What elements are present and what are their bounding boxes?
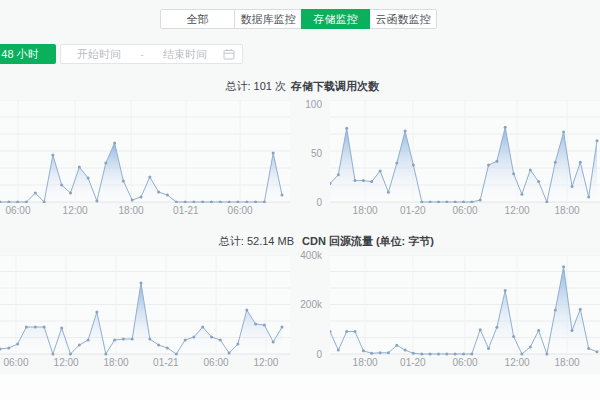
- chart-plot-area[interactable]: [0, 100, 290, 203]
- x-axis-tick-label: 18:00: [111, 205, 151, 216]
- start-time-input[interactable]: 开始时间: [61, 47, 137, 62]
- tab-cloud-function-monitoring[interactable]: 云函数监控: [369, 9, 437, 29]
- x-axis-tick-label: 18:00: [547, 357, 587, 368]
- x-axis-tick-label: 12:00: [55, 205, 95, 216]
- x-axis-tick-label: 01-20: [393, 205, 433, 216]
- x-axis-tick-label: 01-20: [393, 357, 433, 368]
- x-axis-tick-label: 06:00: [445, 357, 485, 368]
- x-axis-tick-label: 18:00: [547, 205, 587, 216]
- calendar-icon: [223, 48, 235, 60]
- x-axis-tick-label: 06:00: [0, 357, 36, 368]
- x-axis-tick-label: 12:00: [46, 357, 86, 368]
- monitor-tab-group: 全部 数据库监控 存储监控 云函数监控: [160, 9, 437, 29]
- x-axis-tick-label: 06:00: [0, 205, 38, 216]
- x-axis-tick-label: 01-21: [146, 357, 186, 368]
- x-axis-tick-label: 12:00: [246, 357, 286, 368]
- y-axis-tick-label: 400k: [294, 250, 322, 261]
- x-axis-tick-label: 06:00: [445, 205, 485, 216]
- bottom-margin: [0, 374, 600, 400]
- chart-title-top-right: 存储下载调用次数: [291, 79, 379, 94]
- y-axis-tick-label: 50: [294, 148, 322, 159]
- chart-title-bottom-right: CDN 回源流量 (单位: 字节): [302, 234, 434, 249]
- chart-plot-area[interactable]: [330, 255, 600, 356]
- y-axis-tick-label: 0: [294, 349, 322, 360]
- tab-database-monitoring[interactable]: 数据库监控: [234, 9, 302, 29]
- x-axis-tick-label: 01-21: [166, 205, 206, 216]
- x-axis-tick-label: 06:00: [196, 357, 236, 368]
- date-range-separator: -: [137, 48, 147, 60]
- date-range-picker[interactable]: 开始时间 - 结束时间: [60, 44, 243, 64]
- tab-all[interactable]: 全部: [160, 9, 235, 29]
- tab-storage-monitoring[interactable]: 存储监控: [301, 9, 370, 29]
- x-axis-tick-label: 06:00: [220, 205, 260, 216]
- y-axis-tick-label: 200k: [294, 299, 322, 310]
- y-axis-tick-label: 0: [294, 197, 322, 208]
- chart-plot-area[interactable]: [0, 255, 290, 356]
- chart-total-bottom-left: 总计: 52.14 MB: [0, 234, 294, 249]
- chart-total-top-left: 总计: 101 次: [0, 79, 286, 94]
- chart-plot-area[interactable]: [330, 100, 600, 203]
- x-axis-tick-label: 18:00: [96, 357, 136, 368]
- x-axis-tick-label: 12:00: [497, 205, 537, 216]
- range-48h-button[interactable]: 48 小时: [0, 44, 56, 64]
- x-axis-tick-label: 18:00: [345, 205, 385, 216]
- y-axis-tick-label: 100: [294, 99, 322, 110]
- x-axis-tick-label: 18:00: [345, 357, 385, 368]
- x-axis-tick-label: 12:00: [497, 357, 537, 368]
- storage-monitoring-dashboard: 全部 数据库监控 存储监控 云函数监控 48 小时 开始时间 - 结束时间 总计…: [0, 0, 600, 400]
- end-time-input[interactable]: 结束时间: [147, 47, 223, 62]
